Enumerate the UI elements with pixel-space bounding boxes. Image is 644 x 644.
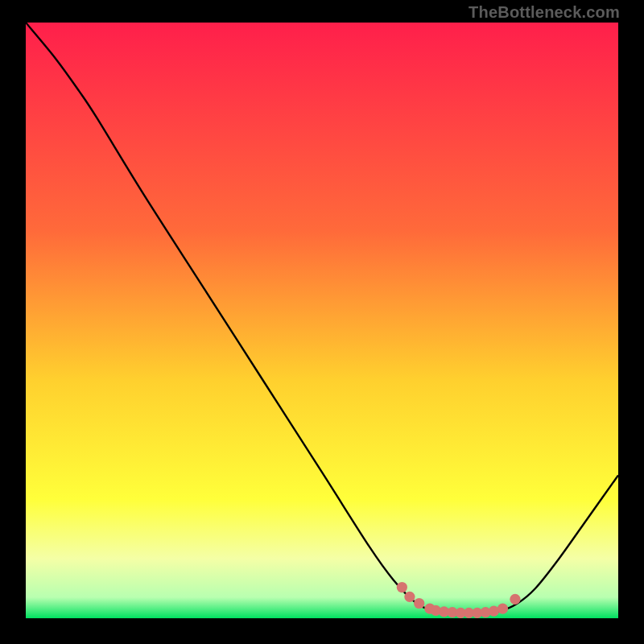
valley-marker-dot: [397, 582, 407, 592]
valley-marker-dot: [497, 604, 508, 614]
valley-marker-dot: [510, 594, 520, 605]
valley-marker-dot: [414, 598, 424, 609]
valley-marker-dot: [489, 606, 499, 617]
gradient-background: [26, 23, 618, 618]
watermark-label: TheBottleneck.com: [469, 3, 620, 22]
plot-area: [26, 23, 618, 618]
chart-container: TheBottleneck.com: [0, 0, 644, 644]
valley-marker-dot: [404, 592, 415, 602]
chart-svg: [26, 23, 618, 618]
